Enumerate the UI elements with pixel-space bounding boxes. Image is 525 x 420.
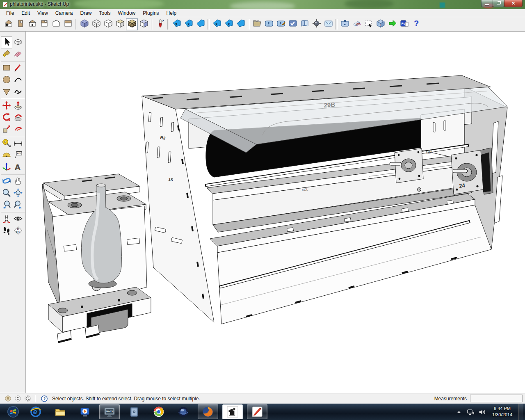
zoom-next-tool-button[interactable] <box>12 199 24 211</box>
sketchup-model-view[interactable]: 29B 24 19A R2 15 ACL <box>0 0 525 420</box>
view-back-button[interactable] <box>38 18 50 30</box>
dimension-tool-button[interactable] <box>12 138 24 150</box>
phlat-arrow-x1-button[interactable]: x <box>171 18 183 30</box>
machine-frame-model[interactable]: 29B 24 19A R2 15 ACL <box>142 75 507 324</box>
scale-tool-button[interactable] <box>1 124 12 136</box>
view-right-button[interactable] <box>62 18 74 30</box>
offset-tool-button[interactable] <box>12 124 24 136</box>
rectangle-tool-button[interactable] <box>1 62 12 74</box>
phlat-arrow-solid2-button[interactable] <box>235 18 247 30</box>
taskbar-wintv-icon[interactable]: WinTV <box>99 404 120 419</box>
pb-document-button[interactable]: Pb <box>398 18 410 30</box>
zoom-previous-tool-button[interactable] <box>1 199 12 211</box>
line-tool-button[interactable] <box>12 62 24 74</box>
taskbar-clock[interactable]: 9:44 PM 1/30/2014 <box>489 406 516 418</box>
select-tool-button[interactable] <box>1 37 12 48</box>
menu-help[interactable]: Help <box>163 9 180 17</box>
arc-tool-button[interactable] <box>12 74 24 86</box>
box-figure-button[interactable] <box>339 18 351 30</box>
move-tool-button[interactable] <box>1 100 12 112</box>
push-pull-tool-button[interactable] <box>12 100 24 112</box>
taskbar-firefox-icon[interactable] <box>198 404 218 419</box>
taskbar-internet-explorer-icon[interactable]: e <box>25 404 46 419</box>
paint-bucket-tool-button[interactable] <box>1 48 12 60</box>
export-arrow-button[interactable] <box>386 18 398 30</box>
style-shaded-button[interactable] <box>114 18 126 30</box>
taskbar-windows-explorer-icon[interactable] <box>50 404 71 419</box>
phlat-arrow-x3-button[interactable]: x <box>211 18 223 30</box>
marquee-select-button[interactable] <box>363 18 374 30</box>
component-edit-button[interactable] <box>275 18 287 30</box>
show-desktop-button[interactable] <box>518 404 523 420</box>
style-monochrome-button[interactable] <box>138 18 150 30</box>
menu-tools[interactable]: Tools <box>96 9 114 17</box>
phlat-arrow-solid1-button[interactable] <box>194 18 206 30</box>
window-titlebar[interactable]: phlatprinter.skp - SketchUp <box>0 0 525 9</box>
phlat-arrow-x4-button[interactable]: x <box>223 18 235 30</box>
taskbar-sphere-app-icon[interactable] <box>173 404 194 419</box>
status-help-icon[interactable]: ? <box>40 394 49 403</box>
component-box-button[interactable] <box>263 18 275 30</box>
minimize-button[interactable] <box>481 0 493 7</box>
pb-eraser-button[interactable]: Pb <box>351 18 363 30</box>
test-probe-button[interactable]: ? <box>154 18 166 30</box>
folder-open-button[interactable] <box>251 18 263 30</box>
view-top-button[interactable] <box>14 18 26 30</box>
axes-tool-button[interactable] <box>1 162 12 173</box>
carriage-assembly-model[interactable] <box>42 174 151 343</box>
menu-view[interactable]: View <box>34 9 52 17</box>
rotate-tool-button[interactable] <box>1 112 12 124</box>
gizmo-sphere-button[interactable] <box>310 18 322 30</box>
help-question-button[interactable]: ? <box>410 18 422 30</box>
component-book-button[interactable] <box>299 18 310 30</box>
style-shaded-textures-button[interactable] <box>126 18 138 30</box>
cube-123-button[interactable]: 123 <box>374 18 386 30</box>
text-tool-button[interactable]: ABC <box>12 150 24 162</box>
style-xray-button[interactable] <box>78 18 90 30</box>
taskbar-sketchup-icon[interactable] <box>247 404 267 419</box>
polygon-tool-button[interactable] <box>1 86 12 98</box>
taskbar-photo-viewer-icon[interactable] <box>222 404 243 419</box>
tape-measure-tool-button[interactable] <box>1 138 12 150</box>
zoom-tool-button[interactable] <box>1 187 12 199</box>
status-credits-icon[interactable] <box>14 395 21 402</box>
make-component-tool-button[interactable] <box>12 37 24 48</box>
zoom-extents-tool-button[interactable] <box>12 187 24 199</box>
view-left-button[interactable] <box>50 18 62 30</box>
3d-text-tool-button[interactable]: A <box>12 162 24 173</box>
close-button[interactable]: ✕ <box>504 0 523 7</box>
orbit-tool-button[interactable] <box>1 176 12 187</box>
look-around-tool-button[interactable] <box>12 213 24 225</box>
restore-button[interactable] <box>493 0 504 7</box>
menu-file[interactable]: File <box>2 9 18 17</box>
menu-edit[interactable]: Edit <box>18 9 34 17</box>
style-wireframe-button[interactable] <box>90 18 102 30</box>
menu-window[interactable]: Window <box>114 9 139 17</box>
circle-tool-button[interactable] <box>1 74 12 86</box>
protractor-tool-button[interactable] <box>1 150 12 162</box>
taskbar-safe-app-icon[interactable] <box>124 404 144 419</box>
eraser-tool-button[interactable] <box>12 48 24 60</box>
style-hidden-line-button[interactable] <box>102 18 114 30</box>
measurements-input[interactable] <box>470 395 523 402</box>
freehand-tool-button[interactable] <box>12 86 24 98</box>
walk-tool-button[interactable] <box>1 225 12 237</box>
position-camera-tool-button[interactable] <box>1 213 12 225</box>
taskbar-start-button[interactable] <box>4 404 22 419</box>
view-front-button[interactable] <box>26 18 38 30</box>
tray-network-icon[interactable] <box>466 407 475 416</box>
view-iso-button[interactable] <box>2 18 14 30</box>
taskbar-media-player-icon[interactable] <box>75 404 95 419</box>
taskbar-chrome-icon[interactable] <box>148 404 169 419</box>
section-plane-tool-button[interactable]: CR-5 <box>12 225 24 237</box>
tray-volume-icon[interactable] <box>477 407 486 416</box>
component-mail-button[interactable] <box>322 18 334 30</box>
status-claim-icon[interactable] <box>24 395 31 402</box>
menu-plugins[interactable]: Plugins <box>139 9 162 17</box>
menu-draw[interactable]: Draw <box>77 9 96 17</box>
phlat-arrow-x2-button[interactable]: x <box>183 18 194 30</box>
follow-me-tool-button[interactable] <box>12 112 24 124</box>
pan-tool-button[interactable] <box>12 176 24 187</box>
component-check-button[interactable] <box>287 18 299 30</box>
status-geolocation-icon[interactable] <box>4 395 11 402</box>
